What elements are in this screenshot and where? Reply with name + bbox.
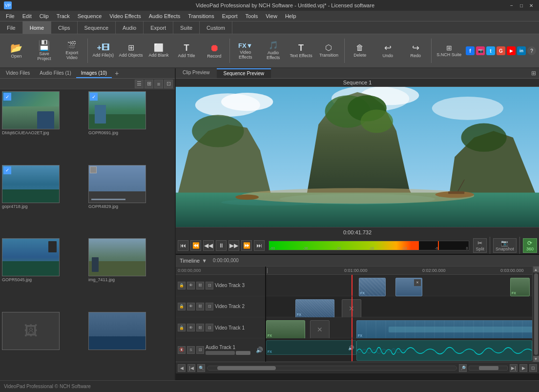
maximize-button[interactable]: □	[518, 1, 525, 9]
facebook-icon[interactable]: f	[466, 46, 475, 55]
open-button[interactable]: 📂 Open	[3, 36, 30, 65]
track-link-btn-1[interactable]: ⛓	[196, 324, 204, 331]
prev-frame-button[interactable]: ⏪	[190, 240, 201, 251]
help-icon[interactable]: ?	[527, 46, 536, 55]
track-clip[interactable]: FX	[295, 299, 334, 318]
vertical-scrollbar[interactable]: ▲ ▼	[532, 267, 539, 362]
close-button[interactable]: ✕	[527, 1, 535, 9]
instagram-icon[interactable]: 📷	[476, 46, 485, 55]
menu-item-file[interactable]: File	[2, 12, 19, 20]
add-files-button[interactable]: +🎞 Add File(s)	[90, 36, 117, 65]
video-files-tab[interactable]: Video Files	[1, 69, 35, 78]
list-item[interactable]: GOPR5045.jpg	[2, 238, 86, 310]
forward-button[interactable]: ▶▶	[228, 240, 239, 251]
scroll-left-btn[interactable]: ◀	[178, 364, 186, 372]
track-clip[interactable]: FX	[266, 320, 305, 339]
images-tab[interactable]: Images (10)	[76, 69, 112, 78]
nch-suite-button[interactable]: ⊞ S.NCH Suite	[434, 36, 465, 65]
transition-button[interactable]: ⬡ Transition	[315, 36, 342, 65]
zoom-in-btn[interactable]: 🔍	[197, 364, 205, 372]
list-item[interactable]: GOPR4829.jpg	[88, 165, 173, 237]
menu-item-audio-effects[interactable]: Audio Effects	[145, 12, 185, 20]
rewind-button[interactable]: ◀◀	[203, 240, 214, 251]
toolbar-tab-audio[interactable]: Audio	[116, 21, 144, 34]
audio-vol-icon[interactable]: 🔊	[256, 347, 263, 353]
add-title-button[interactable]: T Add Title	[173, 36, 200, 65]
zoom-slider[interactable]	[469, 366, 508, 371]
scroll-start-btn[interactable]: |◀	[187, 364, 195, 372]
toolbar-tab-clips[interactable]: Clips	[51, 21, 77, 34]
menu-item-transitions[interactable]: Transitions	[184, 12, 218, 20]
snapshot-button[interactable]: 📷 Snapshot	[493, 238, 517, 253]
scroll-end-btn[interactable]: ▶|	[510, 364, 518, 372]
twitter-icon[interactable]: t	[486, 46, 495, 55]
thumb-settings-btn[interactable]: ⊡	[164, 80, 173, 88]
track-lock-btn-3[interactable]: 🔒	[178, 282, 186, 289]
menu-item-help[interactable]: Help	[281, 12, 300, 20]
zoom-out-btn[interactable]: 🔎	[459, 364, 467, 372]
track-arm-btn-a1[interactable]: ⊡	[196, 346, 204, 354]
menu-item-clip[interactable]: Clip	[36, 12, 53, 20]
thumb-view-btn-3[interactable]: ≡	[154, 80, 163, 88]
360-button[interactable]: ⟳ 360	[523, 238, 537, 253]
track-eye-btn-2[interactable]: 👁	[187, 303, 195, 310]
add-tab-button[interactable]: +	[112, 68, 122, 78]
audio-files-tab[interactable]: Audio Files (1)	[35, 69, 76, 78]
minimize-button[interactable]: −	[508, 1, 516, 9]
expand-preview-button[interactable]: ⊞	[528, 68, 539, 78]
track-clip[interactable]: FX	[359, 278, 386, 296]
scroll-up-btn[interactable]: ▲	[533, 267, 539, 272]
thumb-view-btn-2[interactable]: ⊞	[145, 80, 153, 88]
track-lock-btn-2[interactable]: 🔒	[178, 303, 186, 310]
track-eye-btn-3[interactable]: 👁	[187, 282, 195, 289]
menu-item-edit[interactable]: Edit	[19, 12, 36, 20]
playhead-4[interactable]	[352, 338, 352, 361]
expand-timeline-btn[interactable]: ⊡	[529, 364, 537, 372]
playhead[interactable]	[352, 275, 352, 295]
menu-item-export[interactable]: Export	[218, 12, 242, 20]
save-project-button[interactable]: 💾 Save Project	[31, 36, 58, 65]
track-clip[interactable]: ✕	[395, 278, 422, 296]
track-link-btn-3[interactable]: ⛓	[196, 282, 204, 289]
track-eye-btn-1[interactable]: 👁	[187, 324, 195, 331]
toolbar-tab-sequence[interactable]: Sequence	[78, 21, 116, 34]
audio-waveform[interactable]	[356, 340, 532, 361]
list-item[interactable]: ✓ gopr4718.jpg	[2, 165, 86, 237]
google-icon[interactable]: G	[497, 46, 505, 55]
track-clip-long[interactable]: FX	[356, 320, 532, 339]
menu-item-tools[interactable]: Tools	[242, 12, 262, 20]
undo-button[interactable]: ↩ Undo	[374, 36, 401, 65]
menu-item-track[interactable]: Track	[53, 12, 74, 20]
youtube-icon[interactable]: ▶	[507, 46, 516, 55]
delete-button[interactable]: 🗑 Delete	[347, 36, 373, 65]
menu-item-view[interactable]: View	[262, 12, 281, 20]
zoom-slider-thumb[interactable]	[479, 366, 498, 370]
audio-effects-button[interactable]: 🎵 Audio Effects	[260, 36, 287, 65]
seq-preview-tab[interactable]: Sequence Preview	[217, 68, 271, 78]
record-button[interactable]: ⏺ Record	[201, 36, 228, 65]
list-item[interactable]	[88, 312, 173, 379]
skip-start-button[interactable]: ⏮	[178, 240, 188, 251]
horizontal-scrollbar[interactable]	[207, 366, 457, 371]
add-objects-button[interactable]: ⊞ Add Objects	[118, 36, 145, 65]
playhead-2[interactable]	[352, 296, 352, 317]
menu-item-video-effects[interactable]: Video Effects	[105, 12, 145, 20]
track-lock-btn-1[interactable]: 🔒	[178, 324, 186, 331]
track-solo-btn-a1[interactable]: S	[187, 346, 195, 354]
redo-button[interactable]: ↪ Redo	[402, 36, 429, 65]
menu-item-sequence[interactable]: Sequence	[74, 12, 106, 20]
thumb-view-btn-1[interactable]: ☰	[135, 80, 144, 88]
track-clip-transition[interactable]: ✕	[310, 320, 330, 339]
skip-end-button[interactable]: ⏭	[254, 240, 265, 251]
play-pause-button[interactable]: ⏸	[216, 240, 227, 251]
toolbar-tab-home[interactable]: Home	[23, 21, 51, 34]
list-item[interactable]: img_7411.jpg	[88, 238, 173, 310]
toolbar-tab-export[interactable]: Export	[144, 21, 173, 34]
timeline-dropdown-button[interactable]: ▼	[202, 258, 207, 264]
list-item[interactable]: 🖼	[2, 312, 86, 379]
next-frame-button[interactable]: ⏩	[241, 240, 252, 251]
track-clip[interactable]: FX	[510, 278, 530, 296]
toolbar-tab-suite[interactable]: Suite	[173, 21, 200, 34]
split-button[interactable]: ✂ Split	[473, 238, 487, 253]
track-mute-btn-a1[interactable]: 🔇	[178, 346, 186, 354]
